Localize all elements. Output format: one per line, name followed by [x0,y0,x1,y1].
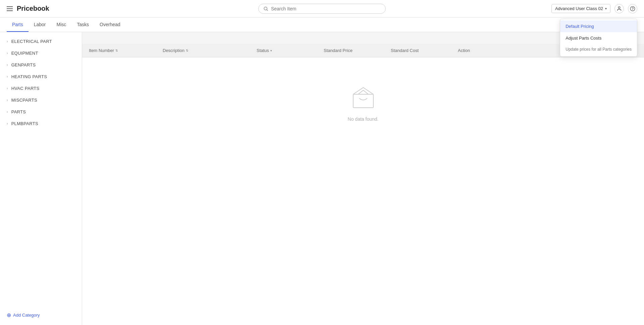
sort-icon: ⇅ [186,49,189,52]
svg-rect-5 [353,94,373,108]
chevron-right-icon: › [7,87,8,90]
column-status-label: Status [257,48,269,53]
filter-icon: ▾ [270,49,272,52]
select-pricing-dropdown: Default Pricing Adjust Parts Costs Updat… [560,19,637,57]
sidebar-item-label: HEATING PARTS [11,74,47,79]
content-area: Select Pricing ▾ Item Number ⇅ Descripti… [82,32,644,325]
chevron-right-icon: › [7,63,8,67]
user-class-dropdown[interactable]: Advanced User Class 02 ▾ [551,4,610,13]
sidebar-item-hvac-parts[interactable]: › HVAC PARTS [0,83,82,94]
column-standard-price-label: Standard Price [324,48,353,53]
add-category-label: Add Category [13,313,40,318]
sidebar-item-label: MISCPARTS [11,98,37,103]
chevron-right-icon: › [7,51,8,55]
search-bar [258,4,386,14]
empty-box-icon [350,84,377,111]
plus-icon: ⊕ [7,312,11,318]
sidebar-item-label: HVAC PARTS [11,86,40,91]
sidebar-item-label: PARTS [11,109,26,114]
sidebar-item-heating-parts[interactable]: › HEATING PARTS [0,71,82,83]
column-status[interactable]: Status ▾ [257,48,324,53]
sidebar-item-genparts[interactable]: › GENPARTS [0,59,82,71]
tab-parts[interactable]: Parts [7,18,29,32]
empty-state-text: No data found. [348,116,379,122]
sidebar-item-parts[interactable]: › PARTS [0,106,82,118]
sidebar-item-label: PLMBPARTS [11,121,38,126]
dropdown-item-adjust-parts-costs[interactable]: Adjust Parts Costs [560,32,637,44]
menu-icon[interactable] [7,6,13,11]
help-icon[interactable] [628,4,637,13]
column-description-label: Description [163,48,184,53]
chevron-right-icon: › [7,110,8,114]
column-standard-cost: Standard Cost [391,48,458,53]
header-right: Advanced User Class 02 ▾ [551,4,637,13]
svg-line-1 [267,9,268,10]
svg-point-2 [618,7,620,8]
sort-icon: ⇅ [115,49,118,52]
search-icon [263,6,268,11]
dropdown-item-default-pricing[interactable]: Default Pricing [560,20,637,32]
app-logo: Pricebook [17,5,49,12]
sidebar-item-miscparts[interactable]: › MISCPARTS [0,94,82,106]
search-input[interactable] [271,6,381,11]
sidebar-item-label: GENPARTS [11,62,36,67]
tabs-bar: Parts Labor Misc Tasks Overhead [0,17,644,32]
sidebar-item-plmbparts[interactable]: › PLMBPARTS [0,118,82,129]
tab-tasks[interactable]: Tasks [71,18,94,32]
tab-overhead[interactable]: Overhead [94,18,125,32]
user-class-label: Advanced User Class 02 [555,6,603,11]
chevron-right-icon: › [7,122,8,125]
main-layout: › ELECTRICAL PART › EQUIPMENT › GENPARTS… [0,32,644,325]
sidebar-item-equipment[interactable]: › EQUIPMENT [0,47,82,59]
column-description[interactable]: Description ⇅ [163,48,257,53]
column-action-label: Action [458,48,470,53]
sidebar-item-label: ELECTRICAL PART [11,39,52,44]
chevron-right-icon: › [7,75,8,78]
tab-labor[interactable]: Labor [29,18,51,32]
chevron-down-icon: ▾ [605,7,607,10]
sidebar-item-electrical-part[interactable]: › ELECTRICAL PART [0,36,82,47]
header: Pricebook Advanced User Class 02 ▾ [0,0,644,17]
dropdown-item-update-prices[interactable]: Update prices for all Parts categories [560,44,637,55]
user-icon[interactable] [614,4,624,13]
column-standard-price: Standard Price [324,48,391,53]
column-standard-cost-label: Standard Cost [391,48,419,53]
chevron-right-icon: › [7,98,8,102]
table-container: Item Number ⇅ Description ⇅ Status ▾ Sta… [82,44,644,325]
sidebar: › ELECTRICAL PART › EQUIPMENT › GENPARTS… [0,32,82,325]
sidebar-item-label: EQUIPMENT [11,51,38,56]
add-category-button[interactable]: ⊕ Add Category [0,309,82,322]
tab-misc[interactable]: Misc [51,18,72,32]
column-item-number[interactable]: Item Number ⇅ [89,48,163,53]
column-item-number-label: Item Number [89,48,114,53]
empty-state: No data found. [82,57,644,149]
chevron-right-icon: › [7,40,8,43]
svg-point-0 [264,7,267,10]
